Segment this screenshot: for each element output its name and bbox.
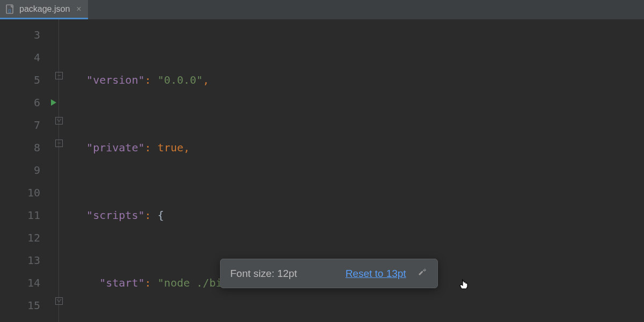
fold-toggle-icon[interactable]: −: [55, 72, 63, 79]
fold-end-icon[interactable]: [55, 117, 63, 125]
font-size-popup: Font size: 12pt Reset to 13pt: [220, 259, 438, 288]
line-number: 7: [0, 114, 40, 136]
wrench-icon[interactable]: [417, 267, 428, 280]
line-number: 10: [0, 181, 40, 204]
reset-font-link[interactable]: Reset to 13pt: [346, 268, 406, 280]
fold-toggle-icon[interactable]: −: [55, 140, 63, 147]
font-size-label: Font size: 12pt: [230, 268, 297, 280]
line-number: 6: [0, 91, 40, 114]
json-file-icon: {}: [5, 4, 15, 14]
line-number: 8: [0, 136, 40, 159]
line-number: 12: [0, 226, 40, 249]
line-number: 13: [0, 249, 40, 272]
tab-bar: {} package.json ×: [0, 0, 644, 19]
tab-label: package.json: [19, 4, 70, 14]
gutter: 3 4 5 6 7 8 9 10 11 12 13 14 15: [0, 19, 51, 322]
svg-text:{}: {}: [8, 8, 11, 13]
line-number: 11: [0, 204, 40, 226]
fold-column: − −: [51, 19, 74, 322]
line-number: 4: [0, 46, 40, 69]
tab-package-json[interactable]: {} package.json ×: [0, 0, 88, 19]
close-icon[interactable]: ×: [76, 4, 81, 14]
line-number: 3: [0, 24, 40, 46]
line-number: 9: [0, 159, 40, 181]
line-number: 5: [0, 69, 40, 91]
fold-end-icon[interactable]: [55, 297, 63, 305]
line-number: 14: [0, 272, 40, 294]
line-number: 15: [0, 294, 40, 317]
